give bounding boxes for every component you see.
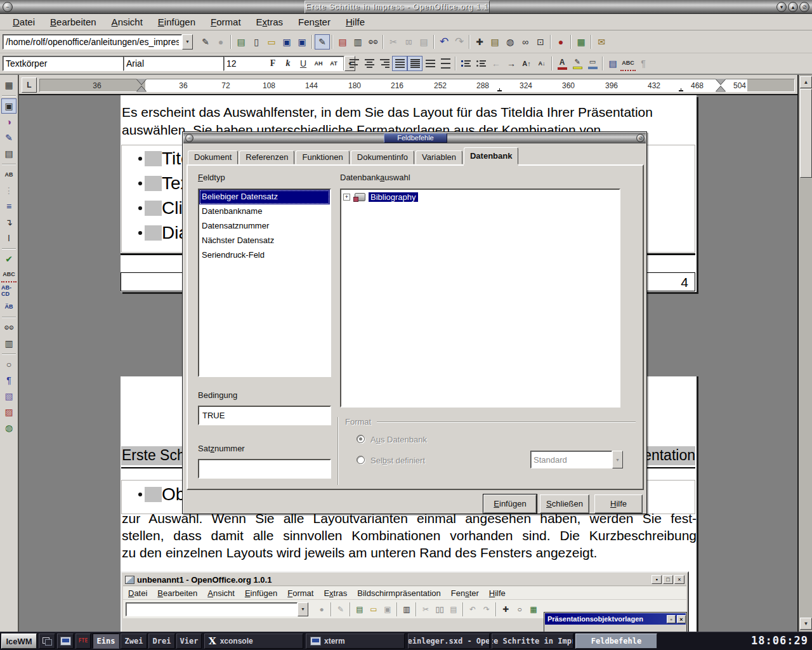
subscript-icon[interactable]: AT xyxy=(326,56,341,71)
schliessen-button[interactable]: Schließen xyxy=(540,494,589,514)
hyphenation-icon[interactable]: AB-CD xyxy=(1,283,16,298)
underline-icon[interactable]: U xyxy=(296,56,311,71)
menu-extras[interactable]: Extras xyxy=(249,15,291,29)
tab-funktionen[interactable]: Funktionen xyxy=(296,150,349,164)
record-macro-icon[interactable]: ● xyxy=(553,34,568,50)
data-sources-icon[interactable]: ▥ xyxy=(1,336,16,351)
increase-indent-icon[interactable]: → xyxy=(504,56,519,71)
find-icon[interactable]: ⊙⊙ xyxy=(1,320,16,335)
expander-icon[interactable]: + xyxy=(343,194,350,201)
gallery-icon[interactable]: ▦ xyxy=(527,602,540,616)
align-justify-icon[interactable] xyxy=(392,56,407,71)
numbering-onoff-icon[interactable]: ≡ xyxy=(1,199,16,214)
paste-icon[interactable]: ▤ xyxy=(447,602,461,616)
panel-dock-icon[interactable]: ▫ xyxy=(667,615,676,623)
task-xconsole[interactable]: Xxconsole xyxy=(204,633,303,649)
aus-datenbank-radio[interactable] xyxy=(357,435,365,443)
stop-loading-icon[interactable]: ● xyxy=(315,602,329,616)
mail-icon[interactable]: ✉ xyxy=(594,34,609,50)
font-color-icon[interactable]: A xyxy=(554,56,570,71)
left-margin-marker[interactable] xyxy=(136,79,147,92)
line-spacing-1-icon[interactable] xyxy=(407,56,422,71)
menu-format[interactable]: Format xyxy=(203,15,249,29)
navigator-icon[interactable]: ✚ xyxy=(499,602,513,616)
save-all-icon[interactable]: ▣ xyxy=(294,34,310,50)
list-item[interactable]: Nächster Datensatz xyxy=(199,234,330,248)
paste-icon[interactable]: ▤ xyxy=(416,34,431,50)
tab-referenzen[interactable]: Referenzen xyxy=(239,150,294,164)
list-item[interactable]: Seriendruck-Feld xyxy=(199,248,330,263)
menu-fenster[interactable]: Fenster xyxy=(446,588,484,599)
tab-type-button[interactable]: L xyxy=(22,77,37,93)
draw-functions-icon[interactable]: ✎ xyxy=(1,130,16,145)
edit-file-icon[interactable]: ✎ xyxy=(198,34,213,50)
selbst-definiert-radio[interactable] xyxy=(357,456,365,464)
zoom-icon[interactable]: ○ xyxy=(513,602,527,616)
panel-titlebar[interactable]: Präsentationsobjektvorlagen ▫ × xyxy=(545,613,686,625)
hyperlink-icon[interactable]: ∞ xyxy=(518,34,533,50)
paragraph-style-combo[interactable]: ▼ xyxy=(3,56,118,71)
line-spacing-2-icon[interactable] xyxy=(438,56,453,71)
feldbefehle-dialog[interactable]: − Feldbefehle ⊘ Dokument Referenzen Funk… xyxy=(182,131,647,514)
workspace-zwei[interactable]: Zwei xyxy=(121,633,147,649)
open-icon[interactable]: ▭ xyxy=(367,602,381,616)
url-combo[interactable]: ▼ xyxy=(126,602,308,616)
print-icon[interactable]: ▥ xyxy=(400,602,414,616)
images-off-icon[interactable]: ▨ xyxy=(1,404,16,420)
tree-item-label[interactable]: Bibliography xyxy=(369,192,418,202)
edit-mode-icon[interactable]: ✎ xyxy=(315,34,330,50)
stylist-icon[interactable]: ▤ xyxy=(487,34,502,50)
feldtyp-listbox[interactable]: Beliebiger Datensatz Datenbankname Daten… xyxy=(198,189,331,377)
scroll-down-icon[interactable]: ▼ xyxy=(800,618,812,630)
new-document-icon[interactable]: ▯ xyxy=(249,34,264,50)
scrollbar-thumb[interactable] xyxy=(800,89,812,178)
embedded-window[interactable]: unbenannt1 - OpenOffice.org 1.0.1 ▪ □ × … xyxy=(121,571,689,633)
menu-einfuegen[interactable]: Einfügen xyxy=(150,15,203,29)
url-dropdown-icon[interactable]: ▼ xyxy=(298,602,308,616)
scroll-up-icon[interactable]: ▲ xyxy=(800,76,812,88)
maximize-icon[interactable]: ▴ xyxy=(788,2,798,12)
dialog-titlebar[interactable]: − Feldbefehle ⊘ xyxy=(183,133,646,143)
spellcheck-icon[interactable]: ✔ xyxy=(1,251,16,267)
decrease-indent-icon[interactable]: ← xyxy=(488,56,504,71)
numbering-icon[interactable] xyxy=(458,56,473,71)
window-list-button[interactable] xyxy=(39,633,55,649)
superscript-icon[interactable]: AH xyxy=(311,56,326,71)
close-icon[interactable]: × xyxy=(674,575,684,584)
tab-stop-marker[interactable] xyxy=(497,88,502,91)
tab-variablen[interactable]: Variablen xyxy=(416,150,462,164)
menu-bearbeiten[interactable]: Bearbeiten xyxy=(152,588,202,599)
menu-extras[interactable]: Extras xyxy=(318,588,352,599)
satznummer-input[interactable] xyxy=(198,459,331,479)
align-left-icon[interactable] xyxy=(346,56,362,71)
copy-icon[interactable]: ▯▯ xyxy=(433,602,447,616)
start-button[interactable]: IceWM xyxy=(1,633,37,649)
menu-fenster[interactable]: Fenster xyxy=(291,15,338,29)
einfuegen-button[interactable]: Einfügen xyxy=(483,494,537,514)
form-functions-icon[interactable]: ▤ xyxy=(1,146,16,161)
direct-cursor-icon[interactable]: I xyxy=(1,230,16,246)
menu-datei[interactable]: Datei xyxy=(5,15,43,29)
format-select[interactable]: Standard ▼ xyxy=(530,451,623,468)
autospellcheck-icon[interactable]: ABC xyxy=(620,56,636,71)
tree-row[interactable]: + Bibliography xyxy=(341,190,619,204)
demote-list-icon[interactable]: ↴ xyxy=(1,215,16,230)
export-pdf-icon[interactable]: ▤ xyxy=(335,34,350,50)
horizontal-ruler[interactable]: L 36 36 72 108 144 180 216 252 288 324 3… xyxy=(19,75,797,95)
dialog-close-icon[interactable]: ⊘ xyxy=(636,134,645,142)
task-feldbefehle[interactable]: Feldbefehle xyxy=(575,633,657,649)
undo-icon[interactable]: ↶ xyxy=(436,34,452,50)
menu-datei[interactable]: Datei xyxy=(123,588,152,599)
insert-marks-icon[interactable]: ⋮ xyxy=(1,183,16,198)
menu-hilfe[interactable]: Hilfe xyxy=(338,15,372,29)
new-from-template-icon[interactable]: ▤ xyxy=(353,602,367,616)
menu-bildschirmpraesentation[interactable]: Bildschirmpräsentation xyxy=(352,588,446,599)
menu-ansicht[interactable]: Ansicht xyxy=(202,588,240,599)
window-menu-icon[interactable]: − xyxy=(3,2,13,12)
close-icon[interactable]: ⊘ xyxy=(799,2,809,12)
gallery-icon[interactable]: ◍ xyxy=(502,34,518,50)
bedingung-input[interactable]: TRUE xyxy=(198,406,331,425)
vertical-scrollbar[interactable]: ▲ ▼ xyxy=(797,75,812,632)
url-dropdown-icon[interactable]: ▼ xyxy=(182,34,193,50)
line-spacing-15-icon[interactable] xyxy=(422,56,438,71)
